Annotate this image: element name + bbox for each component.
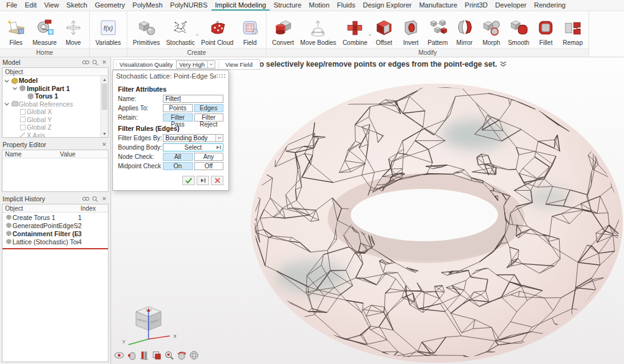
search-icon[interactable]	[91, 59, 99, 66]
close-icon[interactable]: ✕	[100, 195, 108, 203]
tree-item-implicit-part-1[interactable]: Implicit Part 1	[2, 85, 108, 93]
visualization-toolbar: ⁞ Visualization Quality Very High View F…	[113, 59, 260, 70]
menu-implicit-modeling[interactable]: Implicit Modeling	[212, 0, 270, 11]
edges-toggle[interactable]: Edges	[194, 104, 224, 112]
history-position-marker[interactable]	[2, 248, 109, 249]
close-icon[interactable]: ✕	[100, 141, 108, 148]
menu-fluids[interactable]: Fluids	[333, 0, 359, 11]
globe-icon[interactable]	[189, 350, 200, 361]
menu-geometry[interactable]: Geometry	[91, 0, 129, 11]
tree-item-global-z[interactable]: Global Z	[2, 123, 108, 132]
move-tool[interactable]: Move	[60, 15, 87, 48]
tree-item-global-y[interactable]: Global Y	[2, 116, 108, 124]
search-icon[interactable]	[91, 195, 99, 203]
section-icon[interactable]	[139, 350, 150, 361]
mirror-tool[interactable]: Mirror	[451, 15, 478, 48]
apply-button[interactable]	[182, 176, 195, 185]
history-item-2[interactable]: GeneratedPointEdgeSet T...2	[2, 221, 108, 229]
visualization-quality-select[interactable]: Very High	[176, 60, 215, 69]
menu-file[interactable]: File	[2, 0, 21, 11]
left-dock: Model ✕ Object ModelImplicit Part 1Torus…	[0, 57, 111, 364]
morph-tool[interactable]: Morph	[478, 15, 505, 48]
model-icon	[10, 77, 19, 85]
remap-tool[interactable]: Remap	[559, 15, 586, 48]
midpoint-on-toggle[interactable]: On	[163, 162, 193, 170]
bounding-body-select-button[interactable]: Select	[163, 143, 223, 151]
field-tool[interactable]: Field	[236, 15, 263, 48]
view-cube[interactable]: TOP FRONT RIGHT X Y	[120, 302, 177, 350]
dialog-title-bar[interactable]: Stochastic Lattice: Point-Edge Set Fil..…	[113, 70, 228, 81]
close-icon[interactable]: ✕	[100, 59, 108, 66]
convert-tool[interactable]: Convert	[269, 15, 297, 48]
pattern-tool[interactable]: Pattern	[424, 15, 451, 48]
rotate-icon[interactable]	[177, 350, 187, 361]
next-button[interactable]	[197, 176, 209, 185]
toolbar-grip-icon[interactable]: ⁞	[115, 62, 117, 68]
point-cloud-tool[interactable]: Point Cloud	[198, 15, 236, 48]
menu-structure[interactable]: Structure	[270, 0, 305, 11]
tree-item-global-x[interactable]: Global X	[2, 108, 108, 116]
points-toggle[interactable]: Points	[163, 104, 193, 112]
scroll-down-icon[interactable]: ▼	[101, 130, 108, 137]
viewport[interactable]: ⁞ Visualization Quality Very High View F…	[111, 57, 624, 364]
ribbon-group-home: FilesMeasureMoveHome	[0, 11, 90, 57]
smooth-tool[interactable]: Smooth	[505, 15, 532, 48]
cancel-button[interactable]	[211, 176, 223, 185]
tree-expand-icon[interactable]	[12, 87, 18, 90]
primitives-tool[interactable]: Primitives	[130, 15, 163, 48]
stochastic-tool[interactable]: ⌄Stochastic	[163, 15, 198, 48]
variables-tool[interactable]: f(x)Variables	[92, 15, 124, 48]
invert-tool[interactable]: Invert	[397, 15, 424, 48]
measure-tool[interactable]: Measure	[29, 15, 60, 48]
view-field-button[interactable]: View Field	[222, 61, 256, 68]
midpoint-off-toggle[interactable]: Off	[194, 162, 224, 170]
filter-reject-toggle[interactable]: Filter Reject	[194, 113, 224, 122]
history-item-4[interactable]: Lattice (Stochastic) Torus 14	[2, 237, 108, 246]
property-editor-panel: Property Editor ✕ Name Value	[0, 140, 110, 194]
part-icon	[2, 238, 12, 245]
find-icon[interactable]	[82, 59, 89, 66]
menu-polynurbs[interactable]: PolyNURBS	[167, 0, 212, 11]
chevron-double-down-icon[interactable]	[500, 61, 507, 67]
tree-expand-icon[interactable]	[4, 79, 10, 82]
history-item-3[interactable]: Containment Filter (Edg...3	[2, 229, 108, 237]
offset-tool[interactable]: Offset	[371, 15, 397, 48]
filter-edges-by-dropdown[interactable]: Bounding Body	[163, 134, 223, 142]
menu-motion[interactable]: Motion	[305, 0, 333, 11]
find-icon[interactable]	[82, 195, 89, 203]
node-check-all-toggle[interactable]: All	[163, 153, 193, 161]
name-input[interactable]: Filter	[163, 95, 223, 103]
ribbon-group-label: Modify	[266, 48, 588, 57]
tree-expand-icon[interactable]	[4, 102, 10, 105]
visibility-icon[interactable]	[114, 350, 125, 361]
drag-grip-icon[interactable]	[216, 74, 225, 79]
tree-item-torus-1[interactable]: Torus 1	[2, 92, 108, 100]
fit-icon[interactable]	[152, 350, 162, 361]
filter-pass-toggle[interactable]: Filter Pass	[163, 113, 193, 122]
fillet-tool[interactable]: Fillet	[532, 15, 559, 48]
menu-rendering[interactable]: Rendering	[530, 0, 570, 11]
files-tool[interactable]: Files	[2, 15, 29, 48]
scroll-up-icon[interactable]: ▲	[101, 76, 108, 83]
combine-tool[interactable]: ⌄Combine	[339, 15, 371, 48]
model-tree-scrollbar[interactable]: ▲ ▼	[100, 76, 108, 137]
scrollbar-thumb[interactable]	[102, 84, 107, 110]
tree-item-global-references[interactable]: Global References	[2, 100, 108, 108]
tree-item-model[interactable]: Model	[2, 77, 108, 85]
menu-polymesh[interactable]: PolyMesh	[129, 0, 166, 11]
history-item-1[interactable]: Create Torus 11	[2, 213, 108, 221]
menu-sketch[interactable]: Sketch	[62, 0, 91, 11]
node-check-any-toggle[interactable]: Any	[194, 153, 224, 161]
ribbon-group-variables: f(x)Variables	[90, 11, 127, 57]
menu-view[interactable]: View	[41, 0, 63, 11]
menu-manufacture[interactable]: Manufacture	[416, 0, 461, 11]
tree-item-x-axis[interactable]: X Axis	[2, 132, 108, 138]
menu-design-explorer[interactable]: Design Explorer	[359, 0, 415, 11]
menu-print3d[interactable]: Print3D	[461, 0, 492, 11]
menu-developer[interactable]: Developer	[492, 0, 530, 11]
grab-icon[interactable]	[127, 350, 137, 361]
model-column-object: Object	[2, 68, 26, 75]
move-bodies-tool[interactable]: Move Bodies	[297, 15, 339, 48]
menu-edit[interactable]: Edit	[21, 0, 41, 11]
zoom-icon[interactable]	[164, 350, 175, 361]
